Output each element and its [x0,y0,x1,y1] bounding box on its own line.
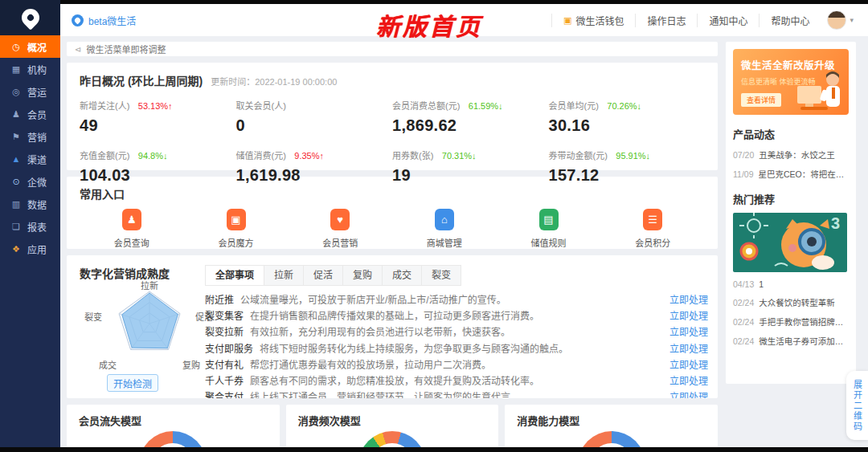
quick-entry-icon: ♟ [122,209,141,230]
model-title: 会员流失模型 [79,413,268,428]
topbar-menu-label: 操作日志 [647,14,686,27]
user-menu[interactable]: ▾ [827,10,854,30]
start-detect-button[interactable]: 开始检测 [107,374,158,392]
sidebar-item[interactable]: ▦ 机构 [0,58,60,80]
topbar-menu-item[interactable]: 通知中心 [697,14,759,27]
qr-expand-tab[interactable]: 展开二维码 [846,371,868,440]
task-action-link[interactable]: 立即处理 [669,373,708,387]
task-tab[interactable]: 全部事项 [206,266,264,285]
sidebar-item-label: 营运 [27,85,47,99]
news-item[interactable]: 11/09 星巴克CEO：将把在中国学… [733,168,849,180]
stat-label: 用券数(张) [392,151,433,161]
overview-title: 昨日概况 (环比上周同期) [80,72,203,88]
task-action-link[interactable]: 立即处理 [669,292,708,306]
news-item[interactable]: 02/24 手把手教你营销招牌菜！ [733,316,849,328]
right-panel: 微生活全新改版升级 信息更清晰 体验更流畅 查看详情 产品动态 07/20 丑美… [726,42,856,384]
quick-entry[interactable]: ⌂ 商城管理 [392,209,497,249]
avatar[interactable] [827,10,846,30]
stat-block: 充值金额(元) 94.8%↓ 104.03 [80,148,236,185]
task-desc: 帮您打通优惠券最有效的投放场景，拉动用户二次消费。 [250,357,660,371]
app-logo[interactable] [0,0,60,35]
stat-delta: 61.59%↓ [469,101,503,111]
task-action-link[interactable]: 立即处理 [669,357,708,371]
news-text: 1 [759,279,764,289]
stat-delta: 9.35%↑ [294,151,324,161]
task-tab[interactable]: 促活 [304,266,343,285]
quick-entry[interactable]: ▤ 储值规则 [497,209,601,249]
radar-axis-label: 拉新 [141,279,158,291]
task-tab[interactable]: 复购 [343,266,383,285]
churn-model-card: 会员流失模型 [67,405,280,452]
task-tab[interactable]: 拉新 [264,266,304,285]
quick-entry-label: 会员魔方 [219,236,254,249]
sidebar-item[interactable]: ◎ 营运 [0,80,60,103]
brand[interactable]: beta微生活 [72,14,136,27]
ability-model-card: 消费能力模型 [505,405,718,452]
quick-entry[interactable]: ☰ 会员积分 [600,209,705,249]
overview-header: 昨日概况 (环比上周同期) 更新时间：2022-01-19 00:00:00 [80,72,705,88]
banner-illustration [794,68,847,115]
task-tab[interactable]: 成交 [383,266,422,285]
sidebar-item[interactable]: ⊙ 企微 [0,170,60,193]
stat-block: 取关会员(人) 0 [236,98,393,135]
quick-entry-label: 储值规则 [531,236,567,249]
task-desc: 在提升销售额和品牌传播效果的基础上，可拉动更多顾客进行消费。 [250,308,660,322]
hot-recommend-list: 04/13 1 02/24 大众餐饮的转型革新 02/24 手把手教你营销招牌菜… [733,279,849,347]
sidebar-item[interactable]: ❏ 报表 [0,215,60,238]
logo-pin-icon [18,5,43,30]
quick-entry[interactable]: ♥ 会员营销 [288,209,392,249]
notice-bar[interactable]: ⊲ 微生活菜单即将调整 [67,42,718,56]
news-item[interactable]: 02/24 微生活电子券可添加到微信… [733,335,849,347]
task-action-link[interactable]: 立即处理 [669,308,708,322]
news-text: 星巴克CEO：将把在中国学… [759,168,850,180]
task-action-link[interactable]: 立即处理 [669,341,708,355]
task-row: 裂变集客 在提升销售额和品牌传播效果的基础上，可拉动更多顾客进行消费。 立即处理 [205,307,708,323]
quick-entry[interactable]: ▣ 会员魔方 [184,209,289,249]
sidebar-item-label: 应用 [27,242,47,256]
hot-recommend-image[interactable]: 3 [733,213,847,272]
stat-block: 用券数(张) 70.31%↓ 19 [392,148,549,185]
sidebar-item-label: 企微 [27,175,47,189]
quick-entries-row: ♟ 会员查询 ▣ 会员魔方 ♥ 会员营销 ⌂ 商城管理 [80,209,705,249]
news-item[interactable]: 02/24 大众餐饮的转型革新 [733,296,849,308]
sidebar-item-icon: ◷ [10,42,22,52]
sidebar-item[interactable]: ▲ 渠道 [0,148,60,170]
stat-delta: 94.8%↓ [138,151,168,161]
quick-entry-label: 商城管理 [427,236,462,249]
stat-label: 新增关注(人) [80,101,129,111]
task-action-link[interactable]: 立即处理 [669,324,708,338]
stat-label: 充值金额(元) [80,151,129,161]
stat-label: 取关会员(人) [236,101,286,111]
sidebar-item[interactable]: ♟ 会员 [0,103,60,125]
model-title: 消费能力模型 [517,413,706,428]
stat-delta: 53.13%↑ [138,101,173,111]
quick-entries-title: 常用入口 [80,185,705,202]
task-tabs: 全部事项 拉新 促活 复购 成交 裂变 [205,265,461,286]
task-title: 千人千券 [205,373,244,387]
topbar-menu-item[interactable]: 帮助中心 [759,14,821,27]
sidebar-item[interactable]: ▥ 数据 [0,193,60,215]
task-action-link[interactable]: 立即处理 [669,389,708,398]
frequency-model-card: 消费频次模型 [286,405,499,452]
brand-badge-icon [72,14,84,26]
sidebar-item[interactable]: ❖ 应用 [0,238,60,260]
news-item[interactable]: 04/13 1 [733,279,849,289]
yesterday-overview-card: 昨日概况 (环比上周同期) 更新时间：2022-01-19 00:00:00 新… [67,63,718,170]
wallet-icon: ▣ [563,15,571,26]
task-tab[interactable]: 裂变 [422,266,461,285]
topbar-menu-label: 微生活钱包 [575,14,624,27]
radar-chart: 拉新 促活 复购 成交 裂变 [89,283,210,368]
upgrade-banner[interactable]: 微生活全新改版升级 信息更清晰 体验更流畅 查看详情 [733,49,849,115]
sidebar-item[interactable]: ◷ 概况 [0,35,60,58]
stat-label: 会员消费总额(元) [392,101,460,111]
topbar-menu-item[interactable]: ▣ 微生活钱包 [551,14,635,27]
sidebar-item[interactable]: ⚑ 营销 [0,125,60,148]
topbar-menu-item[interactable]: 操作日志 [635,14,697,27]
banner-detail-button[interactable]: 查看详情 [741,93,781,107]
news-date: 11/09 [733,169,754,179]
news-item[interactable]: 07/20 丑美战争：水饺之王 [733,149,849,161]
quick-entry[interactable]: ♟ 会员查询 [80,209,184,249]
sidebar-item-label: 数据 [27,197,47,211]
stat-value: 0 [236,116,393,135]
chevron-down-icon: ▾ [850,16,854,24]
